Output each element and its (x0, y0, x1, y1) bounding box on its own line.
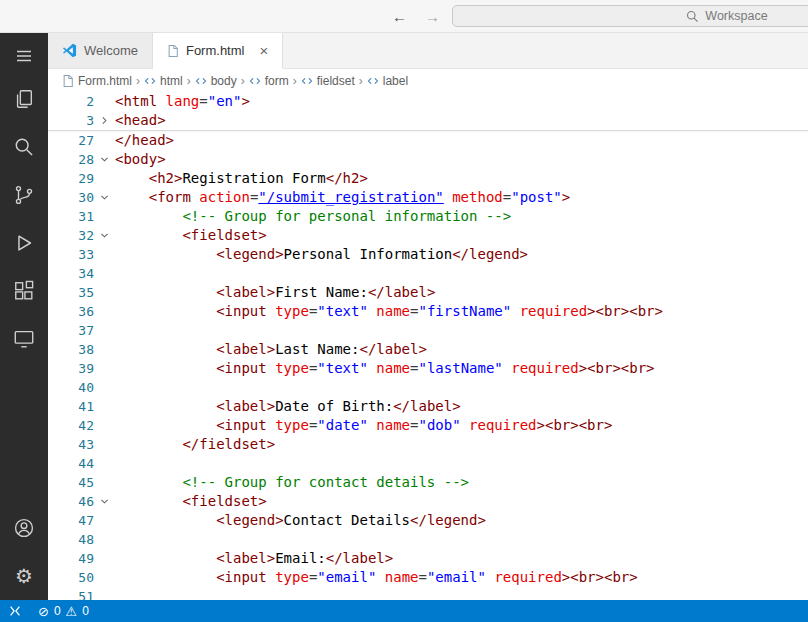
line-number[interactable]: 43 (48, 435, 94, 454)
breadcrumb-item-form-html[interactable]: Form.html (62, 74, 132, 88)
line-number[interactable]: 50 (48, 568, 94, 587)
fold-gutter (94, 435, 115, 454)
line-number[interactable]: 29 (48, 169, 94, 188)
fold-gutter (94, 264, 115, 283)
fold-gutter (94, 340, 115, 359)
code-text (115, 321, 808, 340)
explorer-icon[interactable] (0, 75, 48, 123)
line-number[interactable]: 48 (48, 530, 94, 549)
fold-chevron-right-icon[interactable] (94, 111, 115, 130)
line-number[interactable]: 33 (48, 245, 94, 264)
code-line-34[interactable]: 34 (48, 264, 808, 283)
line-number[interactable]: 51 (48, 587, 94, 600)
line-number[interactable]: 2 (48, 92, 94, 111)
code-line-45[interactable]: 45 <!-- Group for contact details --> (48, 473, 808, 492)
fold-chevron-down-icon[interactable] (94, 150, 115, 169)
code-line-37[interactable]: 37 (48, 321, 808, 340)
code-line-30[interactable]: 30 <form action="/submit_registration" m… (48, 188, 808, 207)
run-debug-icon[interactable] (0, 219, 48, 267)
fold-gutter (94, 378, 115, 397)
fold-chevron-down-icon[interactable] (94, 492, 115, 511)
line-number[interactable]: 32 (48, 226, 94, 245)
fold-chevron-down-icon[interactable] (94, 188, 115, 207)
problems-indicator[interactable]: ⊘ 0 ⚠ 0 (30, 600, 97, 622)
code-text: <legend>Personal Information</legend> (115, 245, 808, 264)
line-number[interactable]: 38 (48, 340, 94, 359)
code-line-2[interactable]: 2<html lang="en"> (48, 92, 808, 111)
line-number[interactable]: 34 (48, 264, 94, 283)
search-icon[interactable] (0, 123, 48, 171)
line-number[interactable]: 36 (48, 302, 94, 321)
code-line-41[interactable]: 41 <label>Date of Birth:</label> (48, 397, 808, 416)
code-text (115, 378, 808, 397)
fold-chevron-down-icon[interactable] (94, 226, 115, 245)
code-line-46[interactable]: 46 <fieldset> (48, 492, 808, 511)
line-number[interactable]: 30 (48, 188, 94, 207)
errors-count: 0 (54, 604, 61, 618)
nav-forward-icon[interactable]: → (425, 8, 440, 25)
menu-icon[interactable] (0, 37, 48, 75)
code-text: <html lang="en"> (115, 92, 808, 111)
code-line-48[interactable]: 48 (48, 530, 808, 549)
code-line-39[interactable]: 39 <input type="text" name="lastName" re… (48, 359, 808, 378)
code-line-32[interactable]: 32 <fieldset> (48, 226, 808, 245)
line-number[interactable]: 31 (48, 207, 94, 226)
breadcrumb-item-body[interactable]: body (195, 74, 237, 88)
line-number[interactable]: 45 (48, 473, 94, 492)
code-line-47[interactable]: 47 <legend>Contact Details</legend> (48, 511, 808, 530)
vscode-window: ← → Workspace (0, 0, 808, 622)
fold-gutter (94, 283, 115, 302)
code-text: </fieldset> (115, 435, 808, 454)
source-control-icon[interactable] (0, 171, 48, 219)
code-line-27[interactable]: 27</head> (48, 131, 808, 150)
editor[interactable]: 2<html lang="en">3<head> 27</head>28<bod… (48, 92, 808, 600)
code-line-28[interactable]: 28<body> (48, 150, 808, 169)
code-line-49[interactable]: 49 <label>Email:</label> (48, 549, 808, 568)
code-line-43[interactable]: 43 </fieldset> (48, 435, 808, 454)
breadcrumb-item-form[interactable]: form (249, 74, 289, 88)
code-line-38[interactable]: 38 <label>Last Name:</label> (48, 340, 808, 359)
code-line-31[interactable]: 31 <!-- Group for personal information -… (48, 207, 808, 226)
element-symbol-icon (144, 75, 156, 87)
remote-indicator[interactable] (0, 600, 30, 622)
close-tab-icon[interactable]: × (259, 43, 268, 58)
code-line-51[interactable]: 51 (48, 587, 808, 600)
line-number[interactable]: 46 (48, 492, 94, 511)
code-line-35[interactable]: 35 <label>First Name:</label> (48, 283, 808, 302)
warnings-icon: ⚠ (66, 605, 78, 618)
code-line-44[interactable]: 44 (48, 454, 808, 473)
line-number[interactable]: 41 (48, 397, 94, 416)
line-number[interactable]: 49 (48, 549, 94, 568)
remote-explorer-icon[interactable] (0, 315, 48, 363)
line-number[interactable]: 28 (48, 150, 94, 169)
breadcrumb-item-fieldset[interactable]: fieldset (301, 74, 355, 88)
code-line-50[interactable]: 50 <input type="email" name="email" requ… (48, 568, 808, 587)
breadcrumb-item-label[interactable]: label (367, 74, 408, 88)
line-number[interactable]: 3 (48, 111, 94, 130)
line-number[interactable]: 39 (48, 359, 94, 378)
code-line-3[interactable]: 3<head> (48, 111, 808, 130)
code-line-29[interactable]: 29 <h2>Registration Form</h2> (48, 169, 808, 188)
line-number[interactable]: 37 (48, 321, 94, 340)
fold-gutter (94, 587, 115, 600)
code-line-33[interactable]: 33 <legend>Personal Information</legend> (48, 245, 808, 264)
code-text (115, 587, 808, 600)
code-line-42[interactable]: 42 <input type="date" name="dob" require… (48, 416, 808, 435)
tab-welcome[interactable]: Welcome (48, 33, 153, 68)
code-line-40[interactable]: 40 (48, 378, 808, 397)
line-number[interactable]: 35 (48, 283, 94, 302)
account-icon[interactable] (0, 504, 48, 552)
line-number[interactable]: 40 (48, 378, 94, 397)
code-text: <label>First Name:</label> (115, 283, 808, 302)
breadcrumb-item-html[interactable]: html (144, 74, 183, 88)
tab-form-html[interactable]: Form.html × (153, 33, 283, 69)
line-number[interactable]: 27 (48, 131, 94, 150)
line-number[interactable]: 47 (48, 511, 94, 530)
line-number[interactable]: 44 (48, 454, 94, 473)
workspace-search-input[interactable]: Workspace (452, 5, 808, 27)
settings-gear-icon[interactable]: ⚙ (0, 552, 48, 600)
extensions-icon[interactable] (0, 267, 48, 315)
code-line-36[interactable]: 36 <input type="text" name="firstName" r… (48, 302, 808, 321)
line-number[interactable]: 42 (48, 416, 94, 435)
nav-back-icon[interactable]: ← (392, 8, 407, 25)
